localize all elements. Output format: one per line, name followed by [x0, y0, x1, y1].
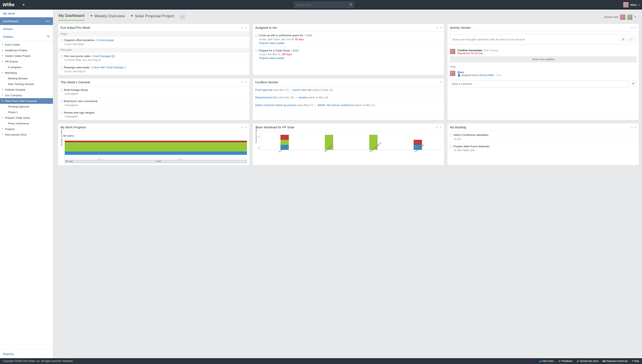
folder-item[interactable]: Pending Approval [0, 104, 53, 110]
comment-icon[interactable] [628, 36, 634, 42]
task-link[interactable]: Define customer follow-up process [255, 104, 297, 107]
footer-link[interactable]: ⌨ Keyboard shortcuts [602, 360, 628, 362]
folder-item[interactable]: Prepare Trade Show [0, 115, 53, 121]
sidebar-mywork[interactable]: My Work [0, 10, 53, 17]
folder-item[interactable]: Recruitment 2014 [0, 132, 53, 138]
chart-slider[interactable]: 26. Aug 12:00 [64, 160, 247, 163]
task-item[interactable]: Select Conference attendeesto you [448, 131, 639, 143]
expand-icon[interactable]: ▭ [436, 26, 438, 29]
footer-link[interactable]: 👥 Add Users [539, 360, 554, 362]
task-link[interactable]: Final Approval [255, 88, 272, 92]
add-button[interactable]: + [22, 2, 25, 8]
task-item[interactable]: Film new promo video / Gold Package Q3to… [58, 52, 250, 64]
sidebar-dashboard[interactable]: Dashboard ••• [0, 17, 53, 25]
folder-item[interactable]: Hidden Valley Project [0, 53, 53, 59]
search-icon[interactable] [349, 3, 352, 7]
task-link[interactable]: sample [298, 96, 307, 99]
show-more-button[interactable]: Show more updates [450, 56, 636, 62]
task-item[interactable]: Prepare for a Trade Show / 2014to you, d… [253, 47, 444, 62]
request-update-link[interactable]: Request status update [255, 56, 442, 60]
folder-item[interactable]: Orlando Hospital [0, 87, 53, 92]
sidebar-stream[interactable]: Stream [0, 25, 53, 33]
shared-avatar[interactable] [627, 14, 632, 20]
tab-add-button[interactable]: + [180, 14, 186, 20]
expand-icon[interactable]: ▭ [241, 81, 244, 84]
share-add-button[interactable]: + [634, 14, 636, 20]
expand-icon[interactable]: ▭ [436, 126, 438, 128]
expand-icon[interactable]: ▭ [631, 26, 633, 29]
folder-item[interactable]: Phase 1 [0, 110, 53, 115]
user-menu[interactable]: Mary ▾ [623, 2, 640, 8]
project-link[interactable]: 2014 [293, 49, 299, 52]
task-link[interactable]: Requirements Doc [255, 96, 278, 99]
attachment-icon[interactable] [620, 36, 626, 42]
activity-item[interactable]: Confirm Garauntee Client Followup Planne… [448, 47, 639, 56]
folder-item[interactable]: In progress [0, 64, 53, 70]
task-link[interactable]: $4000 -5th annual conference [318, 104, 354, 107]
folder-item[interactable]: Projects [0, 126, 53, 132]
checkbox[interactable] [255, 50, 258, 52]
footer-link[interactable]: 🔗 Spread the word [576, 360, 598, 362]
folder-item[interactable]: Healthcare Project [0, 48, 53, 53]
footer-link[interactable]: 📣 Feedback [558, 360, 572, 362]
close-icon[interactable]: ✕ [634, 126, 636, 128]
checkbox[interactable] [255, 34, 258, 37]
request-update-link[interactable]: Request status update [255, 41, 442, 45]
card-title: Activity Stream [450, 26, 471, 30]
folder-item[interactable]: Eve's Folder [0, 42, 53, 48]
expand-icon[interactable]: ▭ [631, 126, 633, 128]
tab-my-dashboard[interactable]: My Dashboard [58, 13, 84, 21]
folder-item[interactable]: Meeting Minutes [0, 76, 53, 81]
search-input[interactable] [294, 2, 354, 8]
checkbox[interactable] [450, 146, 452, 148]
task-link[interactable]: launch new site [293, 88, 312, 92]
task-item[interactable]: Review new logo designsUnassigned [58, 109, 250, 120]
target-link[interactable]: Emma Miller [480, 74, 494, 77]
project-link[interactable]: Client ABC Gold Package 2 [92, 66, 126, 69]
checkbox[interactable] [60, 112, 63, 114]
close-icon[interactable]: ✕ [440, 26, 442, 29]
comment-input[interactable] [450, 80, 628, 87]
actor-link[interactable]: Mary [458, 71, 464, 74]
project-link[interactable]: Gold Package Q3 [94, 54, 115, 58]
folder-search-icon[interactable] [47, 35, 50, 39]
task-item[interactable]: Reassign sales leads / Client ABC Gold P… [58, 64, 250, 75]
tab-solar-proposal[interactable]: ⚭Solar Proposal Project [130, 14, 174, 20]
attachment-icon[interactable] [630, 80, 636, 86]
close-icon[interactable]: ✕ [245, 26, 247, 29]
shared-avatar[interactable] [620, 14, 625, 20]
close-icon[interactable]: ✕ [634, 26, 636, 29]
footer-link[interactable]: ? Help [632, 360, 639, 362]
task-item[interactable]: Finalize Web Promo Materialsto Jack Tayl… [448, 143, 639, 154]
chart-filter-dropdown[interactable]: All users ▾ [60, 133, 247, 140]
checkbox[interactable] [60, 55, 63, 58]
expand-icon[interactable]: ▭ [241, 126, 244, 128]
checkbox[interactable] [60, 66, 63, 69]
folder-item[interactable]: HR Events [0, 59, 53, 64]
close-icon[interactable]: ✕ [440, 81, 442, 84]
folder-item[interactable]: Marketing [0, 70, 53, 76]
project-link[interactable]: 2014 [306, 34, 312, 37]
expand-icon[interactable]: ▭ [241, 26, 244, 29]
task-item[interactable]: Build footage libraryUnassigned [58, 86, 250, 98]
checkbox[interactable] [60, 100, 63, 102]
avatar [450, 71, 455, 76]
checkbox[interactable] [450, 134, 452, 136]
folder-item[interactable]: New Training Session [0, 81, 53, 87]
close-icon[interactable]: ✕ [245, 81, 247, 84]
share-thoughts-box[interactable]: Share your thoughts and ideas with all u… [450, 34, 636, 44]
more-icon[interactable]: ••• [46, 20, 50, 23]
close-icon[interactable]: ✕ [440, 126, 442, 128]
task-item[interactable]: Come up with a conference guest list / 2… [253, 32, 444, 47]
task-item[interactable]: Organize office donations / Communiquéto… [58, 36, 250, 48]
close-icon[interactable]: ✕ [245, 126, 247, 128]
sidebar-reports[interactable]: Reports [0, 350, 53, 358]
folder-item[interactable]: Park Place Solar Proposal [0, 98, 53, 104]
tab-weekly-overview[interactable]: ⚭Weekly Overview [90, 14, 125, 20]
folder-item[interactable]: Press conference [0, 121, 53, 126]
folder-item[interactable]: Our Company [0, 92, 53, 98]
project-link[interactable]: Communiqué [98, 38, 114, 42]
checkbox[interactable] [60, 89, 63, 91]
task-item[interactable]: Brainstorm new commericalUnassigned [58, 98, 250, 109]
checkbox[interactable] [60, 39, 63, 42]
